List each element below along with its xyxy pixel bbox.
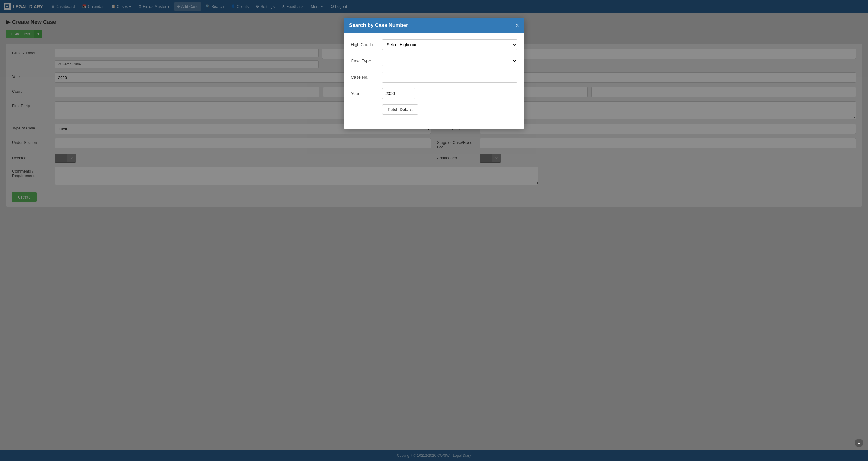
modal-header: Search by Case Number ×	[344, 18, 524, 33]
modal-high-court-row: High Court of Select Highcourt	[351, 39, 517, 50]
modal-high-court-label: High Court of	[351, 42, 378, 47]
search-by-case-modal: Search by Case Number × High Court of Se…	[344, 18, 524, 128]
modal-high-court-select[interactable]: Select Highcourt	[382, 39, 517, 50]
modal-case-no-row: Case No.	[351, 72, 517, 83]
modal-title: Search by Case Number	[349, 22, 408, 28]
modal-close-button[interactable]: ×	[516, 22, 519, 28]
fetch-details-button[interactable]: Fetch Details	[382, 105, 418, 115]
scroll-top-button[interactable]: ▲	[855, 439, 863, 447]
modal-body: High Court of Select Highcourt Case Type…	[344, 33, 524, 128]
modal-case-no-input[interactable]	[382, 72, 517, 83]
modal-overlay[interactable]: Search by Case Number × High Court of Se…	[0, 0, 868, 461]
modal-fetch-row: Fetch Details	[351, 105, 517, 115]
modal-case-type-label: Case Type	[351, 59, 378, 63]
modal-year-label: Year	[351, 91, 378, 96]
modal-case-type-select[interactable]	[382, 56, 517, 66]
modal-year-input[interactable]	[382, 88, 415, 99]
modal-case-type-row: Case Type	[351, 56, 517, 66]
modal-case-no-label: Case No.	[351, 75, 378, 80]
modal-year-row: Year	[351, 88, 517, 99]
